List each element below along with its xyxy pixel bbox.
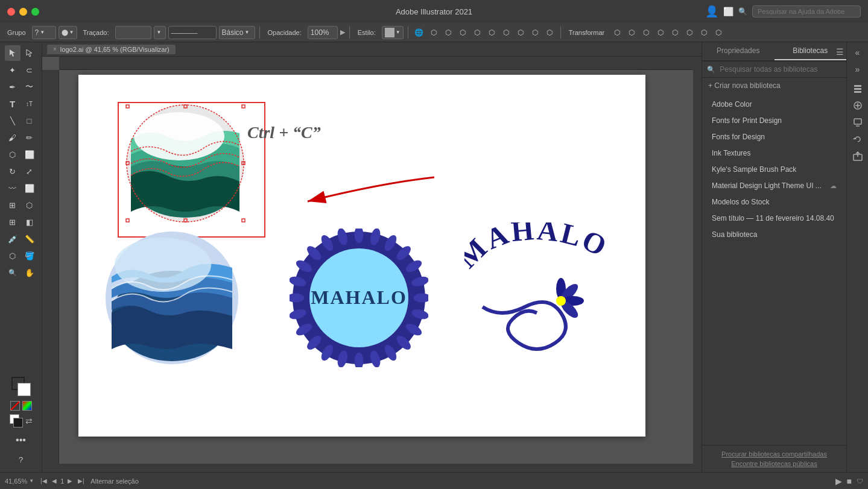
align-btn-5[interactable]: ⬡ — [485, 26, 498, 39]
type-tool[interactable]: T — [5, 96, 21, 112]
library-item-ink-textures[interactable]: Ink Textures — [705, 145, 844, 161]
more-tools-btn[interactable]: ••• — [13, 432, 29, 448]
shaper-tool[interactable]: ⬡ — [5, 147, 21, 162]
shared-libraries-link[interactable]: Procurar bibliotecas compartilhadas — [721, 450, 827, 458]
more-options-btn[interactable]: ⬡ — [712, 26, 725, 39]
vertical-scrollbar[interactable] — [693, 57, 702, 472]
next-page-btn[interactable]: ▶ — [65, 476, 75, 486]
eyedropper-tool[interactable]: 💉 — [5, 231, 21, 247]
fill-stroke-swatches[interactable] — [11, 377, 31, 396]
swap-colors-btn[interactable]: ⇄ — [25, 416, 33, 426]
shape-tool[interactable]: □ — [22, 113, 37, 128]
magic-wand-tool[interactable]: ✦ — [5, 62, 21, 78]
curvature-tool[interactable]: 〜 — [22, 79, 37, 95]
align-btn-7[interactable]: ⬡ — [514, 26, 527, 39]
expand-sidebar-btn-2[interactable]: » — [850, 62, 866, 77]
library-item-sem-titulo[interactable]: Sem título — 11 de fevereiro 14.08.40 — [705, 210, 844, 226]
transform-btn-4[interactable]: ⬡ — [654, 26, 667, 39]
align-btn-4[interactable]: ⬡ — [470, 26, 484, 39]
pen-tool[interactable]: ✒ — [5, 79, 21, 95]
none-indicator[interactable] — [10, 401, 20, 411]
transform-btn-7[interactable]: ⬡ — [697, 26, 711, 39]
align-btn-2[interactable]: ⬡ — [442, 26, 455, 39]
shape-builder-tool[interactable]: ⊞ — [5, 197, 21, 213]
transform-btn-3[interactable]: ⬡ — [639, 26, 653, 39]
paintbrush-tool[interactable]: 🖌 — [5, 130, 21, 145]
panel-menu-btn[interactable]: ☰ — [836, 47, 844, 57]
transform-btn-2[interactable]: ⬡ — [625, 26, 638, 39]
library-item-sua-biblioteca[interactable]: Sua biblioteca — [705, 227, 844, 242]
create-library-btn[interactable]: + Criar nova biblioteca — [702, 78, 846, 93]
library-item-fonts-design[interactable]: Fonts for Design — [705, 129, 844, 145]
share-btn[interactable] — [850, 148, 866, 164]
zoom-chevron[interactable]: ▼ — [29, 478, 34, 484]
free-transform-tool[interactable]: ⬜ — [22, 180, 37, 196]
transform-btn-5[interactable]: ⬡ — [668, 26, 682, 39]
perspective-tool[interactable]: ⬡ — [22, 197, 37, 213]
blend-tool[interactable]: ⬡ — [5, 248, 21, 263]
play-btn[interactable]: ▶ — [835, 476, 842, 486]
vertical-type-tool[interactable]: ↕T — [22, 96, 37, 112]
opacity-expand-icon[interactable]: ▶ — [340, 28, 345, 36]
canvas-tab[interactable]: × logo2.ai @ 41,65 % (RGB/Visualizar) — [47, 45, 176, 54]
help-search-input[interactable] — [752, 5, 861, 17]
user-icon[interactable]: 👤 — [705, 5, 718, 18]
transform-btn-6[interactable]: ⬡ — [683, 26, 696, 39]
eraser-tool[interactable]: ⬜ — [22, 147, 37, 162]
tracado-value-dropdown[interactable] — [115, 26, 151, 39]
last-page-btn[interactable]: ▶| — [76, 476, 86, 486]
align-btn-9[interactable]: ⬡ — [543, 26, 556, 39]
minimize-window-btn[interactable] — [19, 8, 27, 16]
select-tool[interactable] — [5, 45, 21, 61]
align-btn-3[interactable]: ⬡ — [456, 26, 469, 39]
direct-select-tool[interactable] — [22, 45, 37, 61]
expand-sidebar-btn[interactable]: « — [850, 45, 866, 60]
scale-tool[interactable]: ⤢ — [22, 163, 37, 179]
tab-properties[interactable]: Propriedades — [702, 42, 775, 60]
library-item-modelos-stock[interactable]: Modelos do Stock — [705, 194, 844, 210]
library-item-adobe-color[interactable]: Adobe Color — [705, 96, 844, 112]
align-btn-6[interactable]: ⬡ — [499, 26, 513, 39]
hand-tool[interactable]: ✋ — [22, 265, 37, 280]
panel-icon[interactable]: ⬜ — [723, 7, 733, 16]
gradient-tool[interactable]: ◧ — [22, 214, 37, 230]
transform-btn-1[interactable]: ⬡ — [610, 26, 624, 39]
help-tool-btn[interactable]: ? — [13, 452, 29, 467]
opacidade-value-dropdown[interactable]: 100% — [308, 26, 338, 39]
estilo-value-dropdown[interactable]: ▼ — [382, 26, 404, 39]
stroke-style-dropdown[interactable]: ⬤ ▼ — [59, 26, 77, 39]
live-paint-tool[interactable]: 🪣 — [22, 248, 37, 263]
zoom-tool[interactable]: 🔍 — [5, 265, 21, 280]
library-item-material-design[interactable]: Material Design Light Theme UI ... ☁ — [705, 178, 844, 194]
library-sidebar-btn[interactable] — [850, 98, 866, 113]
line-tool[interactable]: ╲ — [5, 113, 21, 128]
lasso-tool[interactable]: ⊂ — [22, 62, 37, 78]
align-btn-8[interactable]: ⬡ — [528, 26, 542, 39]
maximize-window-btn[interactable] — [31, 8, 39, 16]
pencil-tool[interactable]: ✏ — [22, 130, 37, 145]
fill-swatch[interactable] — [17, 383, 31, 396]
question-dropdown[interactable]: ? ▼ — [32, 26, 56, 39]
sync-btn[interactable] — [850, 131, 866, 147]
mesh-tool[interactable]: ⊞ — [5, 214, 21, 230]
tab-close-btn[interactable]: × — [53, 46, 57, 52]
library-search-input[interactable] — [720, 65, 827, 74]
layers-btn[interactable] — [850, 81, 866, 96]
prev-page-btn[interactable]: ◀ — [49, 476, 59, 486]
asset-export-btn[interactable] — [850, 115, 866, 130]
color-indicator[interactable] — [22, 401, 32, 411]
library-item-kyles-brush[interactable]: Kyle's Sample Brush Pack — [705, 162, 844, 177]
black-white-swatch[interactable] — [10, 414, 23, 427]
first-page-btn[interactable]: |◀ — [39, 476, 48, 486]
align-btn-1[interactable]: ⬡ — [427, 26, 440, 39]
warp-tool[interactable]: 〰 — [5, 180, 21, 196]
rotate-tool[interactable]: ↻ — [5, 163, 21, 179]
window-controls[interactable] — [7, 8, 39, 16]
measure-tool[interactable]: 📏 — [22, 231, 37, 247]
public-libraries-link[interactable]: Encontre bibliotecas públicas — [731, 460, 817, 467]
close-window-btn[interactable] — [7, 8, 15, 16]
library-item-fonts-print[interactable]: Fonts for Print Design — [705, 113, 844, 128]
tracado-type-dropdown[interactable]: ▼ — [154, 26, 166, 39]
stop-btn[interactable]: ■ — [847, 476, 852, 486]
stroke-weight-dropdown[interactable]: ———— — [168, 26, 217, 39]
